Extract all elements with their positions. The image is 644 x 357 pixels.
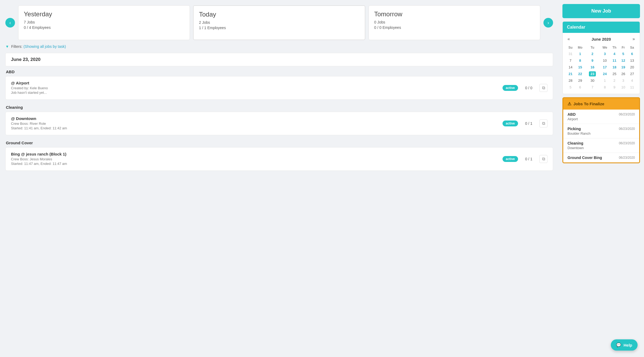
- cal-weekday-Su: Su: [566, 45, 575, 51]
- next-day-arrow[interactable]: ›: [543, 18, 553, 28]
- cal-day-1-0[interactable]: 7: [566, 57, 575, 64]
- job-card-0-0[interactable]: @ Airport Created by: Kele Bueno Job has…: [5, 76, 553, 100]
- finalize-item-2[interactable]: Cleaning 06/23/2020 Downtown: [563, 138, 639, 153]
- cal-day-0-3[interactable]: 3: [600, 51, 610, 57]
- cal-link-day[interactable]: 9: [592, 59, 593, 63]
- cal-day-2-4[interactable]: 18: [610, 64, 619, 71]
- cal-day-1-3[interactable]: 10: [600, 57, 610, 64]
- cal-day-4-4[interactable]: 2: [610, 77, 619, 84]
- cal-day-0-0[interactable]: 31: [566, 51, 575, 57]
- finalize-item-date-2: 06/23/2020: [619, 141, 635, 145]
- cal-link-day[interactable]: 19: [621, 65, 625, 69]
- cal-day-2-1[interactable]: 15: [575, 64, 585, 71]
- finalize-item-top-0: ABD 06/23/2020: [568, 112, 635, 117]
- cal-day-0-5[interactable]: 5: [619, 51, 628, 57]
- cal-link-day[interactable]: 18: [612, 65, 616, 69]
- filter-icon: ▼: [5, 44, 9, 49]
- job-card-meta1-0-0: Created by: Kele Bueno: [11, 86, 503, 90]
- cal-day-4-5[interactable]: 3: [619, 77, 628, 84]
- cal-day-2-2[interactable]: 16: [585, 64, 600, 71]
- cal-day-2-5[interactable]: 19: [619, 64, 628, 71]
- cal-day-0-4[interactable]: 4: [610, 51, 619, 57]
- copy-icon-0-0[interactable]: ⧉: [539, 84, 547, 92]
- cal-link-day[interactable]: 17: [603, 65, 607, 69]
- cal-day-1-2[interactable]: 9: [585, 57, 600, 64]
- cal-day-5-5[interactable]: 10: [619, 84, 628, 91]
- cal-link-day[interactable]: 6: [631, 52, 633, 56]
- cal-day-5-4[interactable]: 9: [610, 84, 619, 91]
- tomorrow-title: Tomorrow: [374, 10, 535, 18]
- cal-link-day[interactable]: 4: [614, 52, 615, 56]
- cal-other-day: 10: [621, 85, 625, 89]
- cal-day-5-0[interactable]: 5: [566, 84, 575, 91]
- cal-day-1-6[interactable]: 13: [628, 57, 637, 64]
- calendar-month: June 2020: [592, 37, 611, 41]
- cal-day-3-4[interactable]: 25: [610, 71, 619, 77]
- cal-link-day[interactable]: 16: [591, 65, 594, 69]
- job-count-1-0: 0 / 1: [523, 121, 534, 126]
- cal-day-0-6[interactable]: 6: [628, 51, 637, 57]
- finalize-item-date-1: 06/23/2020: [619, 127, 635, 131]
- cal-link-day[interactable]: 15: [578, 65, 582, 69]
- cal-day-0-2[interactable]: 2: [585, 51, 600, 57]
- cal-day-1-4[interactable]: 11: [610, 57, 619, 64]
- finalize-item-date-3: 06/23/2020: [619, 156, 635, 160]
- new-job-button[interactable]: New Job: [562, 4, 640, 18]
- cal-day-2-0[interactable]: 14: [566, 64, 575, 71]
- cal-day-3-5[interactable]: 26: [619, 71, 628, 77]
- cal-day-2-6[interactable]: 20: [628, 64, 637, 71]
- prev-day-arrow[interactable]: ‹: [5, 18, 15, 28]
- cal-day-5-2[interactable]: 7: [585, 84, 600, 91]
- calendar-nav: « June 2020 »: [566, 36, 637, 42]
- finalize-item-name-2: Cleaning: [568, 141, 583, 145]
- cal-day-3-3[interactable]: 24: [600, 71, 610, 77]
- cal-day-4-1[interactable]: 29: [575, 77, 585, 84]
- cal-link-day[interactable]: 24: [603, 72, 607, 76]
- cal-link-day[interactable]: 22: [578, 72, 582, 76]
- cal-day-3-1[interactable]: 22: [575, 71, 585, 77]
- cal-day-5-6[interactable]: 11: [628, 84, 637, 91]
- cal-day-1-1[interactable]: 8: [575, 57, 585, 64]
- cal-day-4-2[interactable]: 30: [585, 77, 600, 84]
- yesterday-title: Yesterday: [24, 10, 184, 18]
- cal-link-day[interactable]: 8: [579, 59, 581, 63]
- cal-link-day[interactable]: 1: [579, 52, 581, 56]
- help-button[interactable]: 💬 Help: [611, 339, 638, 351]
- cal-link-day[interactable]: 3: [604, 52, 606, 56]
- job-card-1-0[interactable]: @ Downtown Crew Boss: River Role Started…: [5, 112, 553, 135]
- cal-day-3-0[interactable]: 21: [566, 71, 575, 77]
- yesterday-employees: 0 / 4 Employees: [24, 25, 184, 30]
- copy-icon-1-0[interactable]: ⧉: [539, 119, 547, 127]
- cal-day-3-6[interactable]: 27: [628, 71, 637, 77]
- finalize-widget: ⚠ Jobs To Finalize ABD 06/23/2020 Airpor…: [562, 97, 640, 163]
- job-card-2-0[interactable]: Bing @ jesus ranch (Block 1) Crew Boss: …: [5, 147, 553, 171]
- calendar-next-btn[interactable]: »: [631, 36, 637, 42]
- finalize-item-0[interactable]: ABD 06/23/2020 Airport: [563, 110, 639, 124]
- filters-description[interactable]: (Showing all jobs by task): [24, 44, 66, 49]
- yesterday-card: Yesterday 7 Jobs 0 / 4 Employees: [18, 5, 190, 40]
- cal-day-4-3[interactable]: 1: [600, 77, 610, 84]
- cal-link-day[interactable]: 11: [612, 59, 616, 63]
- cal-day-3-2[interactable]: 23: [585, 71, 600, 77]
- cal-day-1-5[interactable]: 12: [619, 57, 628, 64]
- finalize-item-3[interactable]: Ground Cover Bing 06/23/2020: [563, 153, 639, 162]
- calendar-body: « June 2020 » SuMoTuWeThFrSa 31123456789…: [563, 33, 640, 94]
- tomorrow-employees: 0 / 0 Employees: [374, 25, 535, 30]
- cal-link-day[interactable]: 21: [569, 72, 572, 76]
- calendar-prev-btn[interactable]: «: [566, 36, 572, 42]
- job-card-right-1-0: active 0 / 1 ⧉: [503, 119, 547, 127]
- cal-day-4-6[interactable]: 4: [628, 77, 637, 84]
- cal-day-5-1[interactable]: 6: [575, 84, 585, 91]
- cal-day-0-1[interactable]: 1: [575, 51, 585, 57]
- job-section-2: Ground Cover Bing @ jesus ranch (Block 1…: [5, 141, 553, 171]
- copy-icon-2-0[interactable]: ⧉: [539, 155, 547, 163]
- cal-link-day[interactable]: 5: [622, 52, 624, 56]
- cal-day-5-3[interactable]: 8: [600, 84, 610, 91]
- finalize-item-1[interactable]: Picking 06/23/2020 Boulder Ranch: [563, 124, 639, 138]
- cal-link-day[interactable]: 12: [621, 59, 625, 63]
- cal-link-day[interactable]: 2: [592, 52, 593, 56]
- cal-day-4-0[interactable]: 28: [566, 77, 575, 84]
- cal-day-2-3[interactable]: 17: [600, 64, 610, 71]
- date-heading-text: June 23, 2020: [11, 57, 547, 62]
- warning-icon: ⚠: [568, 101, 571, 106]
